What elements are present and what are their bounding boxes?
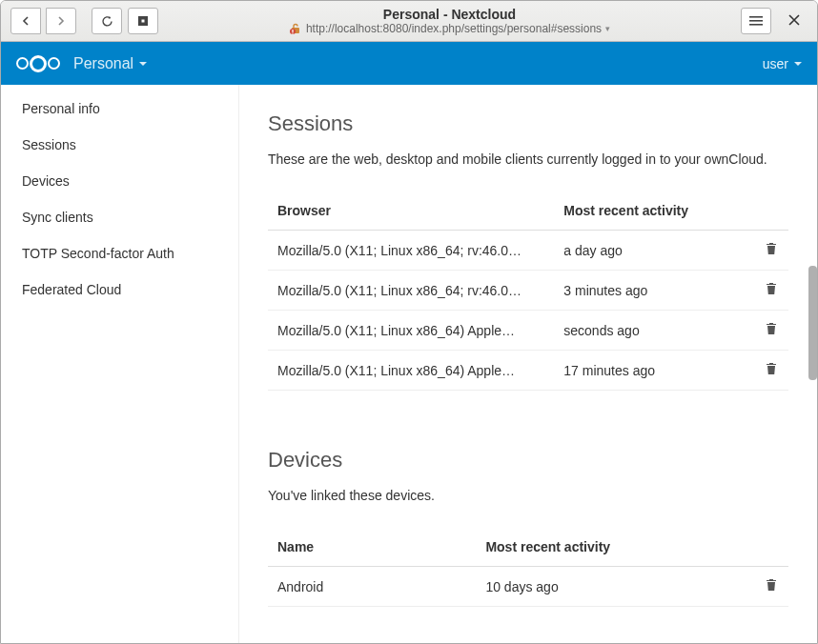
svg-rect-5 (292, 33, 293, 34)
trash-icon[interactable] (764, 361, 779, 376)
close-button[interactable] (781, 9, 808, 33)
chevron-down-icon (794, 62, 802, 66)
nextcloud-logo[interactable] (16, 55, 60, 72)
section-title: Sessions (268, 111, 788, 136)
sessions-table: Browser Most recent activity Mozilla/5.0… (268, 191, 788, 391)
svg-rect-4 (292, 30, 293, 32)
back-button[interactable] (10, 8, 41, 34)
svg-rect-6 (749, 16, 763, 18)
menu-button[interactable] (741, 8, 771, 34)
col-header-activity: Most recent activity (476, 528, 736, 567)
table-row: Android10 days ago (268, 567, 788, 607)
window-title: Personal - Nextcloud (383, 7, 516, 22)
section-description: You've linked these devices. (268, 488, 788, 503)
section-description: These are the web, desktop and mobile cl… (268, 151, 788, 167)
section-title: Devices (268, 448, 788, 473)
cell-activity: 17 minutes ago (554, 351, 736, 391)
devices-table: Name Most recent activity Android10 days… (268, 528, 788, 607)
sidebar-item-label: Devices (22, 173, 70, 189)
home-button[interactable] (128, 8, 158, 34)
logo-circle-icon (48, 57, 60, 70)
titlebar-center: Personal - Nextcloud http://localhost:80… (164, 7, 735, 35)
col-header-action (736, 528, 788, 567)
sessions-section: Sessions These are the web, desktop and … (268, 111, 788, 391)
titlebar: Personal - Nextcloud http://localhost:80… (1, 1, 817, 42)
sidebar-item-label: Sync clients (22, 210, 93, 225)
scrollbar-thumb[interactable] (808, 266, 817, 380)
svg-rect-7 (749, 20, 763, 22)
url-dropdown-caret[interactable]: ▾ (605, 24, 610, 33)
cell-activity: 3 minutes ago (554, 271, 736, 311)
col-header-name: Name (268, 528, 476, 567)
sidebar-item-label: TOTP Second-factor Auth (22, 246, 174, 261)
url-text: http://localhost:8080/index.php/settings… (306, 22, 602, 35)
cell-name: Android (268, 567, 476, 607)
nav-button-group (10, 8, 76, 34)
trash-icon[interactable] (764, 281, 779, 296)
sidebar-item-sessions[interactable]: Sessions (1, 127, 238, 163)
sidebar-item-label: Federated Cloud (22, 282, 121, 297)
titlebar-right (741, 8, 808, 34)
svg-rect-1 (142, 20, 145, 23)
sidebar-item-label: Sessions (22, 137, 76, 152)
user-menu[interactable]: user (763, 56, 802, 71)
sidebar-item-sync-clients[interactable]: Sync clients (1, 199, 238, 235)
col-header-browser: Browser (268, 191, 554, 231)
cell-activity: 10 days ago (476, 567, 736, 607)
cell-activity: seconds ago (554, 311, 736, 351)
cell-browser: Mozilla/5.0 (X11; Linux x86_64; rv:46.0)… (277, 283, 525, 298)
table-row: Mozilla/5.0 (X11; Linux x86_64) AppleWeb… (268, 351, 788, 391)
main-content: Sessions These are the web, desktop and … (239, 85, 817, 643)
sidebar-item-personal-info[interactable]: Personal info (1, 91, 238, 127)
cell-browser: Mozilla/5.0 (X11; Linux x86_64) AppleWeb… (277, 323, 525, 338)
col-header-action (736, 191, 788, 231)
sidebar-item-devices[interactable]: Devices (1, 163, 238, 199)
breadcrumb[interactable]: Personal (73, 55, 147, 72)
sidebar-item-federated-cloud[interactable]: Federated Cloud (1, 272, 238, 308)
devices-section: Devices You've linked these devices. Nam… (268, 448, 788, 607)
trash-icon[interactable] (764, 321, 779, 336)
trash-icon[interactable] (764, 577, 779, 593)
sidebar-item-label: Personal info (22, 101, 100, 116)
app-header: Personal user (1, 42, 817, 85)
forward-button[interactable] (46, 8, 76, 34)
table-row: Mozilla/5.0 (X11; Linux x86_64) AppleWeb… (268, 311, 788, 351)
sidebar: Personal info Sessions Devices Sync clie… (1, 85, 239, 643)
cell-activity: a day ago (554, 231, 736, 271)
logo-circle-icon (16, 57, 29, 70)
browser-window: Personal - Nextcloud http://localhost:80… (0, 0, 818, 644)
reload-button[interactable] (92, 8, 122, 34)
breadcrumb-label: Personal (73, 55, 133, 72)
table-row: Mozilla/5.0 (X11; Linux x86_64; rv:46.0)… (268, 271, 788, 311)
sidebar-item-totp[interactable]: TOTP Second-factor Auth (1, 235, 238, 272)
col-header-activity: Most recent activity (554, 191, 736, 231)
user-label: user (763, 56, 788, 71)
cell-browser: Mozilla/5.0 (X11; Linux x86_64) AppleWeb… (277, 363, 525, 378)
svg-rect-8 (749, 24, 763, 26)
logo-circle-icon (30, 55, 47, 72)
table-row: Mozilla/5.0 (X11; Linux x86_64; rv:46.0)… (268, 231, 788, 271)
trash-icon[interactable] (764, 241, 779, 256)
url-bar[interactable]: http://localhost:8080/index.php/settings… (289, 22, 610, 35)
chevron-down-icon (139, 62, 147, 66)
insecure-connection-icon (289, 22, 302, 35)
body-area: Personal info Sessions Devices Sync clie… (1, 85, 817, 643)
cell-browser: Mozilla/5.0 (X11; Linux x86_64; rv:46.0)… (277, 243, 525, 258)
